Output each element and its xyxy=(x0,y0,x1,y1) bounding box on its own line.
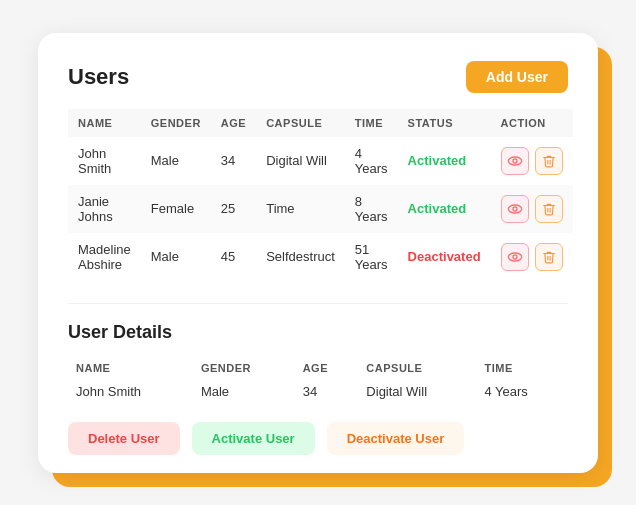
user-details-section: User Details NAME GENDER AGE CAPSULE TIM… xyxy=(68,303,568,455)
svg-point-3 xyxy=(513,207,517,211)
add-user-button[interactable]: Add User xyxy=(466,61,568,93)
col-age: AGE xyxy=(211,109,256,137)
col-name: NAME xyxy=(68,109,141,137)
users-header: Users Add User xyxy=(68,61,568,93)
svg-point-0 xyxy=(508,157,521,165)
detail-capsule: Digital Will xyxy=(358,379,476,404)
main-card: Users Add User NAME GENDER AGE CAPSULE T… xyxy=(38,33,598,473)
cell-status: Deactivated xyxy=(398,233,491,281)
delete-row-button[interactable] xyxy=(535,195,563,223)
col-time: TIME xyxy=(345,109,398,137)
table-row: Janie Johns Female 25 Time 8 Years Activ… xyxy=(68,185,573,233)
table-row: John Smith Male 34 Digital Will 4 Years … xyxy=(68,137,573,185)
view-user-button[interactable] xyxy=(501,243,529,271)
users-table: NAME GENDER AGE CAPSULE TIME STATUS ACTI… xyxy=(68,109,573,281)
cell-action xyxy=(491,137,573,185)
col-gender: GENDER xyxy=(141,109,211,137)
cell-gender: Male xyxy=(141,233,211,281)
cell-time: 8 Years xyxy=(345,185,398,233)
cell-status: Activated xyxy=(398,137,491,185)
cell-capsule: Digital Will xyxy=(256,137,345,185)
trash-icon xyxy=(542,249,556,265)
view-user-button[interactable] xyxy=(501,195,529,223)
eye-icon xyxy=(507,201,523,217)
detail-gender: Male xyxy=(193,379,295,404)
detail-col-time: TIME xyxy=(476,357,568,379)
detail-name: John Smith xyxy=(68,379,193,404)
cell-age: 34 xyxy=(211,137,256,185)
col-action: ACTION xyxy=(491,109,573,137)
trash-icon xyxy=(542,153,556,169)
detail-col-capsule: CAPSULE xyxy=(358,357,476,379)
table-header-row: NAME GENDER AGE CAPSULE TIME STATUS ACTI… xyxy=(68,109,573,137)
eye-icon xyxy=(507,249,523,265)
page-wrapper: Users Add User NAME GENDER AGE CAPSULE T… xyxy=(38,33,598,473)
cell-time: 4 Years xyxy=(345,137,398,185)
cell-name: Janie Johns xyxy=(68,185,141,233)
cell-capsule: Selfdestruct xyxy=(256,233,345,281)
cell-gender: Male xyxy=(141,137,211,185)
svg-point-1 xyxy=(513,159,517,163)
delete-row-button[interactable] xyxy=(535,147,563,175)
detail-col-gender: GENDER xyxy=(193,357,295,379)
svg-point-5 xyxy=(513,255,517,259)
detail-age: 34 xyxy=(295,379,359,404)
activate-user-button[interactable]: Activate User xyxy=(192,422,315,455)
cell-action xyxy=(491,233,573,281)
deactivate-user-button[interactable]: Deactivate User xyxy=(327,422,465,455)
cell-status: Activated xyxy=(398,185,491,233)
detail-time: 4 Years xyxy=(476,379,568,404)
detail-col-name: NAME xyxy=(68,357,193,379)
trash-icon xyxy=(542,201,556,217)
cell-capsule: Time xyxy=(256,185,345,233)
user-details-title: User Details xyxy=(68,322,568,343)
details-data-row: John Smith Male 34 Digital Will 4 Years xyxy=(68,379,568,404)
cell-age: 25 xyxy=(211,185,256,233)
col-status: STATUS xyxy=(398,109,491,137)
detail-col-age: AGE xyxy=(295,357,359,379)
svg-point-2 xyxy=(508,205,521,213)
svg-point-4 xyxy=(508,253,521,261)
eye-icon xyxy=(507,153,523,169)
details-table: NAME GENDER AGE CAPSULE TIME John Smith … xyxy=(68,357,568,404)
col-capsule: CAPSULE xyxy=(256,109,345,137)
table-row: Madeline Abshire Male 45 Selfdestruct 51… xyxy=(68,233,573,281)
cell-action xyxy=(491,185,573,233)
cell-name: John Smith xyxy=(68,137,141,185)
users-title: Users xyxy=(68,64,129,90)
action-buttons: Delete User Activate User Deactivate Use… xyxy=(68,422,568,455)
cell-gender: Female xyxy=(141,185,211,233)
delete-row-button[interactable] xyxy=(535,243,563,271)
cell-time: 51 Years xyxy=(345,233,398,281)
cell-age: 45 xyxy=(211,233,256,281)
delete-user-button[interactable]: Delete User xyxy=(68,422,180,455)
details-header-row: NAME GENDER AGE CAPSULE TIME xyxy=(68,357,568,379)
cell-name: Madeline Abshire xyxy=(68,233,141,281)
view-user-button[interactable] xyxy=(501,147,529,175)
